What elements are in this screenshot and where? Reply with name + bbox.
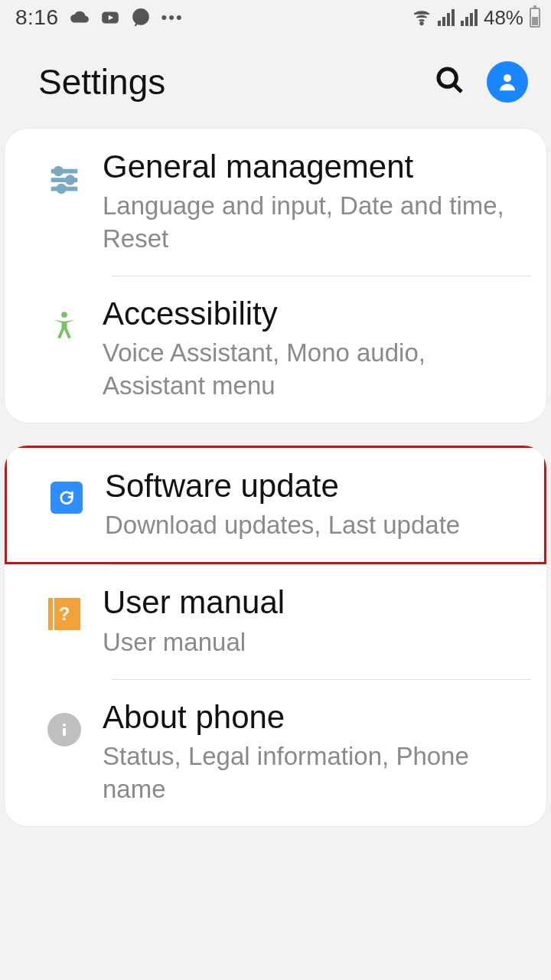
svg-point-3	[439, 69, 456, 87]
row-subtitle: Status, Legal information, Phone name	[103, 740, 523, 806]
status-left: 8:16 •••	[15, 5, 184, 30]
settings-item-general-management[interactable]: General management Language and input, D…	[5, 129, 546, 276]
signal-2-icon	[461, 9, 478, 26]
row-subtitle: Download updates, Last update	[105, 509, 521, 542]
svg-line-4	[454, 84, 461, 92]
svg-point-11	[58, 186, 64, 192]
wifi-icon	[412, 8, 432, 28]
svg-point-1	[133, 9, 148, 24]
row-title: User manual	[103, 584, 523, 621]
row-subtitle: Language and input, Date and time, Reset	[103, 190, 523, 256]
battery-icon	[530, 8, 540, 28]
status-right: 48%	[412, 6, 540, 30]
whatsapp-icon	[131, 8, 151, 28]
settings-item-user-manual[interactable]: ? User manual User manual	[5, 564, 546, 678]
status-bar: 8:16 ••• 48%	[0, 0, 551, 35]
settings-item-software-update[interactable]: Software update Download updates, Last u…	[5, 446, 546, 564]
manual-icon: ?	[26, 584, 103, 630]
svg-point-5	[504, 74, 511, 82]
cloud-icon	[70, 8, 90, 28]
page-title: Settings	[38, 61, 165, 103]
settings-item-about-phone[interactable]: About phone Status, Legal information, P…	[5, 679, 546, 826]
row-title: General management	[103, 149, 523, 185]
svg-point-13	[63, 724, 66, 727]
update-icon	[28, 468, 105, 514]
more-notifications-icon: •••	[161, 8, 184, 28]
row-subtitle: Voice Assistant, Mono audio, Assistant m…	[103, 337, 523, 403]
row-title: Accessibility	[103, 296, 523, 332]
signal-1-icon	[438, 9, 455, 26]
settings-group-2: Software update Download updates, Last u…	[5, 446, 546, 825]
svg-point-12	[61, 312, 67, 318]
status-time: 8:16	[15, 5, 59, 30]
svg-rect-14	[63, 728, 66, 736]
battery-text: 48%	[484, 6, 523, 30]
account-avatar-icon[interactable]	[487, 61, 528, 103]
svg-point-2	[420, 22, 422, 24]
svg-point-10	[67, 177, 73, 183]
info-icon	[26, 699, 103, 746]
settings-item-accessibility[interactable]: Accessibility Voice Assistant, Mono audi…	[5, 276, 546, 423]
sliders-icon	[26, 149, 103, 201]
row-subtitle: User manual	[103, 626, 523, 659]
row-title: Software update	[105, 468, 521, 505]
settings-group-1: General management Language and input, D…	[5, 129, 546, 423]
youtube-icon	[100, 8, 120, 28]
search-icon[interactable]	[435, 65, 465, 99]
app-header: Settings	[0, 35, 551, 129]
row-title: About phone	[103, 699, 523, 736]
accessibility-icon	[26, 296, 103, 345]
svg-point-9	[56, 168, 62, 175]
header-actions	[435, 61, 528, 103]
